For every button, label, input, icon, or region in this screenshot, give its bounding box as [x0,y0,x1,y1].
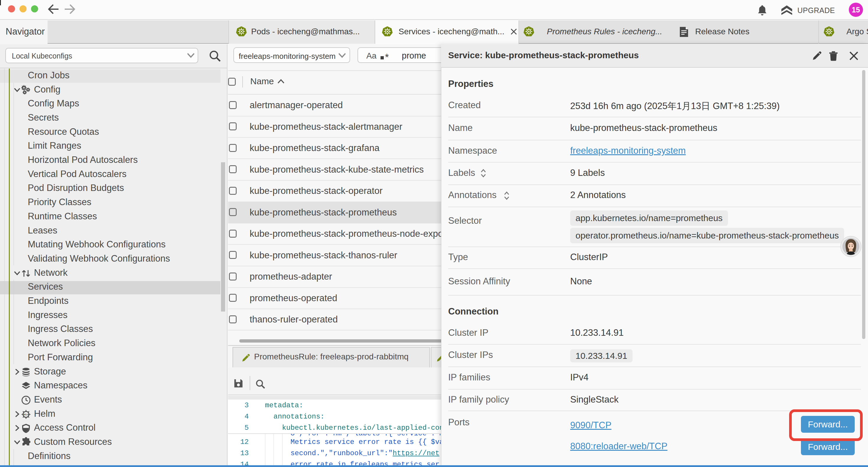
svg-text:HELM: HELM [23,413,30,416]
